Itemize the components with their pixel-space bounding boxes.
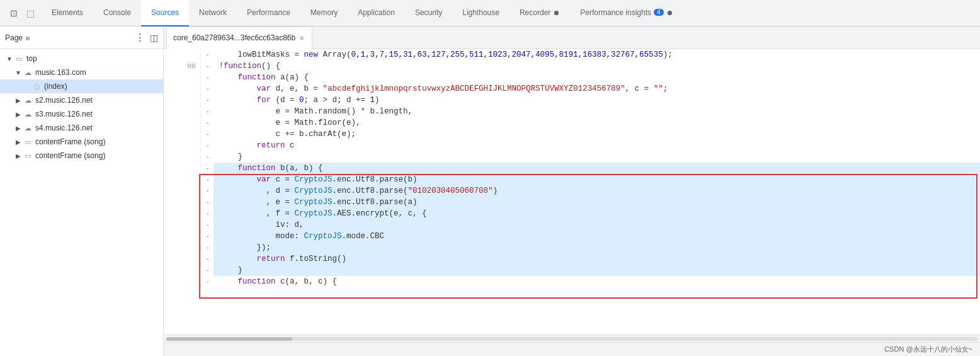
tree-label-s3: s3.music.126.net bbox=[35, 110, 93, 118]
gutter-21: - bbox=[201, 276, 214, 287]
code-line-10: - } bbox=[164, 151, 980, 163]
tab-application[interactable]: Application bbox=[348, 0, 405, 26]
tree-item-s3[interactable]: ▶ ☁ s3.music.126.net bbox=[0, 107, 163, 121]
cloud-icon-music163: ☁ bbox=[23, 69, 33, 77]
line-num-8 bbox=[164, 129, 201, 140]
gutter-20: - bbox=[201, 265, 214, 276]
line-content-18: }); bbox=[214, 242, 980, 253]
line-content-8: c += b.charAt(e); bbox=[214, 129, 980, 140]
line-num-20 bbox=[164, 265, 201, 276]
horizontal-scrollbar[interactable] bbox=[164, 335, 980, 342]
file-tab-active[interactable]: core_60a2789634...3fec6cc63ac86b × bbox=[166, 26, 312, 49]
line-num-3 bbox=[164, 72, 201, 83]
tree-label-s4: s4.music.126.net bbox=[35, 123, 93, 132]
tree-item-contentframe2[interactable]: ▶ ▭ contentFrame (song) bbox=[0, 149, 163, 163]
scrollbar-thumb[interactable] bbox=[166, 337, 292, 341]
sidebar-toggle-icon[interactable]: ◫ bbox=[150, 33, 158, 43]
tree-item-index[interactable]: ◻ (index) bbox=[0, 79, 163, 93]
line-num-11 bbox=[164, 163, 201, 174]
gutter-3: - bbox=[201, 72, 214, 83]
code-line-6: - e = Math.random() * b.length, bbox=[164, 106, 980, 117]
tab-console[interactable]: Console bbox=[93, 0, 141, 26]
scrollbar-track[interactable] bbox=[166, 337, 977, 341]
code-line-11: - function b(a, b) { bbox=[164, 163, 980, 174]
tab-recorder[interactable]: Recorder ⏺ bbox=[510, 0, 570, 26]
gutter-1: - bbox=[201, 49, 214, 60]
inspect-icon[interactable]: ⬚ bbox=[24, 7, 37, 20]
cloud-icon-s3: ☁ bbox=[23, 110, 33, 118]
code-area: core_60a2789634...3fec6cc63ac86b × - low… bbox=[164, 26, 980, 356]
watermark-text: CSDN @永远十八的小仙女~ bbox=[884, 345, 972, 354]
tab-performance[interactable]: Performance bbox=[237, 0, 300, 26]
tree-label-music163: music.163.com bbox=[35, 68, 86, 77]
code-line-2: 90 - !function() { bbox=[164, 60, 980, 72]
gutter-9: - bbox=[201, 140, 214, 151]
gutter-10: - bbox=[201, 151, 214, 163]
devtools-icons: ⊡ ⬚ bbox=[3, 7, 42, 20]
tree-item-contentframe1[interactable]: ▶ ▭ contentFrame (song) bbox=[0, 135, 163, 149]
gutter-15: - bbox=[201, 208, 214, 219]
tree-item-music163[interactable]: ▼ ☁ music.163.com bbox=[0, 66, 163, 79]
file-tab-name: core_60a2789634...3fec6cc63ac86b bbox=[173, 33, 295, 42]
frame-icon-2: ▭ bbox=[23, 152, 33, 160]
code-line-16: - iv: d, bbox=[164, 219, 980, 231]
tab-security[interactable]: Security bbox=[405, 0, 452, 26]
tree-label-contentframe2: contentFrame (song) bbox=[35, 151, 105, 160]
line-content-3: function a(a) { bbox=[214, 72, 980, 83]
code-line-18: - }); bbox=[164, 242, 980, 253]
tab-sources[interactable]: Sources bbox=[141, 0, 189, 26]
sidebar-expand-icon[interactable]: » bbox=[25, 33, 30, 43]
arrow-right-cf1: ▶ bbox=[14, 139, 23, 146]
gutter-13: - bbox=[201, 185, 214, 197]
tree-item-top[interactable]: ▼ ▭ top bbox=[0, 52, 163, 66]
sidebar-more-icon[interactable]: ⋮ bbox=[135, 32, 145, 43]
tab-elements[interactable]: Elements bbox=[42, 0, 93, 26]
line-content-6: e = Math.random() * b.length, bbox=[214, 106, 980, 117]
gutter-11: - bbox=[201, 163, 214, 174]
line-content-13: , d = CryptoJS.enc.Utf8.parse("010203040… bbox=[214, 185, 980, 197]
arrow-right-s4: ▶ bbox=[14, 125, 23, 132]
line-num-14 bbox=[164, 197, 201, 208]
line-num-10 bbox=[164, 151, 201, 163]
tab-lighthouse[interactable]: Lighthouse bbox=[452, 0, 510, 26]
gutter-12: - bbox=[201, 174, 214, 185]
gutter-4: - bbox=[201, 83, 214, 95]
tree-item-s4[interactable]: ▶ ☁ s4.music.126.net bbox=[0, 121, 163, 135]
line-content-4: var d, e, b = "abcdefghijklmnopqrstuvwxy… bbox=[214, 83, 980, 95]
code-line-13: - , d = CryptoJS.enc.Utf8.parse("0102030… bbox=[164, 185, 980, 197]
arrow-down-icon: ▼ bbox=[5, 55, 14, 62]
tab-performance-insights[interactable]: Performance insights 4 ⏺ bbox=[570, 0, 683, 26]
code-line-4: - var d, e, b = "abcdefghijklmnopqrstuvw… bbox=[164, 83, 980, 95]
code-line-8: - c += b.charAt(e); bbox=[164, 129, 980, 140]
gutter-5: - bbox=[201, 95, 214, 106]
tree-item-s2[interactable]: ▶ ☁ s2.music.126.net bbox=[0, 93, 163, 107]
code-line-9: - return c bbox=[164, 140, 980, 151]
code-editor[interactable]: - lowBitMasks = new Array(0,1,3,7,15,31,… bbox=[164, 49, 980, 335]
dock-icon[interactable]: ⊡ bbox=[8, 7, 20, 20]
top-folder-icon: ▭ bbox=[14, 55, 24, 63]
line-content-19: return f.toString() bbox=[214, 253, 980, 265]
gutter-16: - bbox=[201, 219, 214, 231]
line-content-16: iv: d, bbox=[214, 219, 980, 231]
line-num-6 bbox=[164, 106, 201, 117]
code-content: - lowBitMasks = new Array(0,1,3,7,15,31,… bbox=[164, 49, 980, 287]
line-num-15 bbox=[164, 208, 201, 219]
line-num-13 bbox=[164, 185, 201, 197]
gutter-6: - bbox=[201, 106, 214, 117]
line-num-2: 90 bbox=[164, 60, 201, 72]
code-line-21: - function c(a, b, c) { bbox=[164, 276, 980, 287]
tree-label-s2: s2.music.126.net bbox=[35, 96, 93, 105]
line-num-16 bbox=[164, 219, 201, 231]
code-line-3: - function a(a) { bbox=[164, 72, 980, 83]
arrow-right-s3: ▶ bbox=[14, 111, 23, 118]
line-num-19 bbox=[164, 253, 201, 265]
tab-memory[interactable]: Memory bbox=[300, 0, 348, 26]
file-tab-close[interactable]: × bbox=[299, 34, 304, 42]
code-line-1: - lowBitMasks = new Array(0,1,3,7,15,31,… bbox=[164, 49, 980, 60]
arrow-right-cf2: ▶ bbox=[14, 152, 23, 159]
tab-network[interactable]: Network bbox=[189, 0, 237, 26]
cloud-icon-s4: ☁ bbox=[23, 124, 33, 132]
code-line-12: - var c = CryptoJS.enc.Utf8.parse(b) bbox=[164, 174, 980, 185]
gutter-7: - bbox=[201, 117, 214, 129]
gutter-18: - bbox=[201, 242, 214, 253]
